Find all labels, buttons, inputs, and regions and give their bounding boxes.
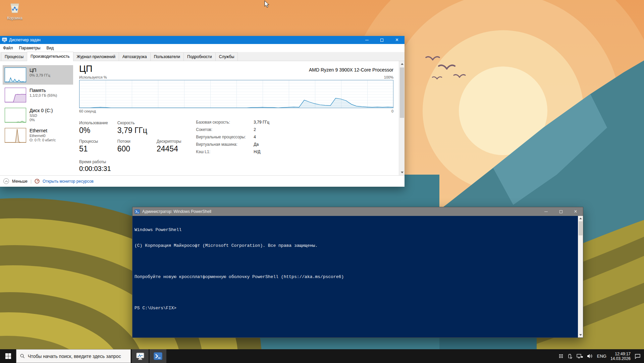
sidebar-disk-detail1: SSD <box>30 114 53 118</box>
language-indicator[interactable]: ENG <box>597 354 606 359</box>
powershell-titlebar[interactable]: Администратор: Windows PowerShell × <box>132 207 583 216</box>
desktop: Корзина Диспетчер задач × Файл Параметры… <box>0 0 644 363</box>
task-manager-scrollbar[interactable] <box>399 61 405 175</box>
sockets-label: Сокетов: <box>196 127 254 132</box>
clock-time: 12:49:17 <box>610 352 631 356</box>
powershell-taskbar-icon <box>154 352 162 360</box>
taskbar-search[interactable] <box>16 349 131 363</box>
console-prompt: PS C:\Users\FIX> <box>135 306 581 311</box>
sidebar-ethernet-detail1: Ethernet0 <box>30 134 56 138</box>
taskbar-clock[interactable]: 12:49:17 14.03.2026 <box>610 352 631 361</box>
task-manager-window: Диспетчер задач × Файл Параметры Вид Про… <box>0 36 405 187</box>
sidebar-item-ethernet[interactable]: Ethernet Ethernet0 О: 0 П: 0 кбит/с <box>3 126 73 145</box>
recycle-bin-label: Корзина <box>4 16 25 20</box>
tab-details[interactable]: Подробности <box>183 52 216 61</box>
sockets-value: 2 <box>254 127 256 132</box>
taskbar: ENG 12:49:17 14.03.2026 <box>0 349 644 363</box>
search-input[interactable] <box>28 354 127 359</box>
virtual-processors-value: 4 <box>254 135 256 139</box>
usb-tray-icon[interactable] <box>568 353 573 359</box>
scroll-down-icon[interactable] <box>399 170 405 175</box>
usb-icon <box>568 353 573 359</box>
recycle-bin[interactable]: Корзина <box>4 2 25 20</box>
chart-x-right: 0 <box>391 109 393 113</box>
powershell-scrollbar[interactable] <box>578 216 583 337</box>
sidebar-item-cpu[interactable]: ЦП 0% 3,79 ГГц <box>3 65 73 85</box>
cpu-usage-chart <box>79 80 393 108</box>
ps-maximize-button[interactable] <box>553 207 568 216</box>
menu-file[interactable]: Файл <box>0 44 16 52</box>
network-icon <box>577 354 583 359</box>
task-manager-window-icon <box>2 38 7 42</box>
action-center-button[interactable] <box>635 354 641 359</box>
chart-x-left: 60 секунд <box>79 109 96 113</box>
tab-services[interactable]: Службы <box>215 52 238 61</box>
ps-close-button[interactable]: × <box>568 207 583 216</box>
virtual-machine-label: Виртуальная машина: <box>196 142 254 147</box>
scroll-down-icon[interactable] <box>578 332 583 337</box>
usage-label: Использование <box>79 119 108 125</box>
console-line: Попробуйте новую кроссплатформенную обол… <box>135 274 581 280</box>
tab-users[interactable]: Пользователи <box>150 52 184 61</box>
sidebar-cpu-name: ЦП <box>30 67 50 73</box>
collapse-icon[interactable] <box>3 178 9 184</box>
clock-date: 14.03.2026 <box>610 356 631 361</box>
tab-processes[interactable]: Процессы <box>1 52 27 61</box>
close-icon: × <box>395 37 398 43</box>
minimize-button[interactable] <box>359 36 374 44</box>
volume-tray-icon[interactable] <box>587 354 593 359</box>
hidden-icons-grid-icon <box>559 354 564 359</box>
start-button[interactable] <box>0 349 16 363</box>
ps-minimize-button[interactable] <box>539 207 553 216</box>
powershell-window: Администратор: Windows PowerShell × Wind… <box>132 207 583 338</box>
hidden-icons-button[interactable] <box>559 354 564 359</box>
open-resource-monitor-link[interactable]: Открыть монитор ресурсов <box>43 179 94 184</box>
performance-sidebar: ЦП 0% 3,79 ГГц Память 1,1/2,0 ГБ (55%) <box>0 61 73 175</box>
processes-label: Процессы <box>79 137 108 144</box>
scrollbar-thumb[interactable] <box>579 221 583 235</box>
close-button[interactable]: × <box>389 36 405 44</box>
sidebar-ethernet-detail2: О: 0 П: 0 кбит/с <box>30 138 56 142</box>
console-line <box>135 259 581 264</box>
tab-performance[interactable]: Производительность <box>27 52 73 61</box>
collapse-label[interactable]: Меньше <box>12 179 28 184</box>
cpu-details-list: Базовая скорость:3,79 ГГц Сокетов:2 Вирт… <box>196 119 269 173</box>
cpu-model: AMD Ryzen 9 3900X 12-Core Processor <box>309 67 393 74</box>
powershell-console[interactable]: Windows PowerShell (C) Корпорация Майкро… <box>132 216 583 337</box>
handles-value: 24454 <box>157 144 181 155</box>
sidebar-disk-detail2: 0% <box>30 118 53 122</box>
memory-mini-chart <box>5 88 26 102</box>
task-manager-titlebar[interactable]: Диспетчер задач × <box>0 36 405 44</box>
task-manager-taskbar-icon <box>136 352 145 360</box>
virtual-processors-label: Виртуальные процессоры: <box>196 135 254 139</box>
recycle-bin-icon <box>8 2 21 14</box>
sidebar-memory-detail: 1,1/2,0 ГБ (55%) <box>30 93 57 98</box>
maximize-icon <box>559 210 562 213</box>
handles-label: Дескрипторы <box>157 137 181 144</box>
sidebar-memory-name: Память <box>30 88 57 93</box>
maximize-button[interactable] <box>374 36 389 44</box>
scroll-up-icon[interactable] <box>578 216 583 221</box>
sidebar-ethernet-name: Ethernet <box>30 128 56 134</box>
speed-value: 3,79 ГГц <box>117 125 147 137</box>
processes-value: 51 <box>79 144 108 155</box>
sidebar-item-memory[interactable]: Память 1,1/2,0 ГБ (55%) <box>3 85 73 105</box>
taskbar-app-powershell[interactable] <box>150 349 166 363</box>
maximize-icon <box>380 39 383 42</box>
speed-label: Скорость <box>117 119 147 125</box>
tab-app-history[interactable]: Журнал приложений <box>73 52 119 61</box>
taskbar-app-task-manager[interactable] <box>132 349 149 363</box>
sidebar-item-disk[interactable]: Диск 0 (C:) SSD 0% <box>3 105 73 125</box>
menu-view[interactable]: Вид <box>43 44 57 52</box>
scrollbar-thumb[interactable] <box>400 67 404 118</box>
network-tray-icon[interactable] <box>577 354 583 359</box>
menu-options[interactable]: Параметры <box>16 44 44 52</box>
mouse-cursor <box>264 0 270 8</box>
console-line: Windows PowerShell <box>135 227 581 233</box>
uptime-value: 0:00:03:31 <box>79 165 181 173</box>
task-manager-title: Диспетчер задач <box>9 38 41 42</box>
scroll-up-icon[interactable] <box>399 61 405 67</box>
tab-startup[interactable]: Автозагрузка <box>119 52 151 61</box>
base-speed-label: Базовая скорость: <box>196 120 254 125</box>
minimize-icon <box>544 212 548 212</box>
